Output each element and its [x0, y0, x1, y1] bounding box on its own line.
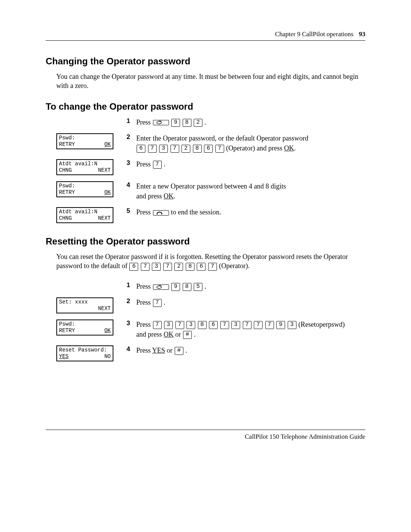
- key-7: 7: [153, 321, 162, 329]
- chapter-label: Chapter 9 CallPilot operations: [275, 30, 354, 38]
- key-2: 2: [174, 263, 183, 271]
- step-text: Press 7 .: [136, 159, 365, 169]
- key-7: 7: [215, 145, 224, 153]
- softkey-yes: YES: [152, 347, 165, 354]
- lcd-display: Pswd: RETRY OK: [56, 133, 113, 149]
- step-text: Press 7 .: [136, 297, 365, 307]
- reset-step-3: Pswd: RETRY OK 3 Press 7 3 7 3 8 6 7 3 7…: [56, 320, 365, 339]
- page-header: Chapter 9 CallPilot operations 93: [46, 30, 365, 41]
- step-text: Enter the Operator password, or the defa…: [136, 133, 365, 153]
- key-8: 8: [183, 119, 191, 127]
- step-text: Press 9 8 2 .: [136, 117, 365, 127]
- step-4: Pswd: RETRY OK 4 Enter a new Operator pa…: [56, 181, 365, 201]
- intro-changing: You can change the Operator password at …: [56, 72, 365, 91]
- heading-changing-operator-password: Changing the Operator password: [46, 56, 365, 67]
- svg-point-4: [157, 286, 161, 288]
- key-6: 6: [137, 145, 145, 153]
- lcd-softkey-left: CHNG: [59, 167, 72, 174]
- step-text: Press 9 8 5 .: [136, 281, 365, 291]
- step-number: 4: [121, 345, 132, 353]
- key-6: 6: [209, 321, 218, 329]
- key-6: 6: [204, 145, 213, 153]
- key-7: 7: [254, 321, 263, 329]
- lcd-softkey-right: NO: [104, 353, 111, 360]
- reset-step-1: 1 Press 9 8 5 .: [56, 281, 365, 291]
- key-7: 7: [163, 263, 172, 271]
- key-9: 9: [171, 283, 180, 291]
- lcd-softkey-left: RETRY: [59, 141, 75, 148]
- softkey-ok: OK: [284, 144, 294, 152]
- lcd-softkey-left: RETRY: [59, 189, 75, 196]
- key-3: 3: [231, 321, 240, 329]
- key-2: 2: [194, 119, 202, 127]
- key-3: 3: [288, 321, 296, 329]
- step-text: Press 7 3 7 3 8 6 7 3 7 7 7 9 3 (Resetop…: [136, 320, 365, 339]
- key-7: 7: [265, 321, 274, 329]
- svg-point-3: [161, 213, 162, 214]
- key-7: 7: [148, 145, 157, 153]
- key-3: 3: [164, 321, 173, 329]
- heading-to-change-operator-password: To change the Operator password: [46, 101, 365, 112]
- reset-step-2: Set: xxxx NEXT 2 Press 7 .: [56, 297, 365, 313]
- step-number: 3: [121, 320, 132, 327]
- key-9: 9: [276, 321, 285, 329]
- key-7: 7: [220, 321, 229, 329]
- key-6: 6: [129, 263, 138, 271]
- lcd-softkey-right: NEXT: [98, 215, 111, 222]
- footer-text: CallPilot 150 Telephone Administration G…: [245, 433, 365, 441]
- softkey-ok: OK: [164, 192, 174, 200]
- intro-resetting: You can reset the Operator password if i…: [56, 252, 365, 271]
- key-7: 7: [175, 321, 184, 329]
- page-footer: CallPilot 150 Telephone Administration G…: [46, 430, 365, 441]
- step-number: 1: [121, 117, 132, 125]
- lcd-softkey-right: NEXT: [98, 305, 111, 312]
- lcd-softkey-left: CHNG: [59, 215, 72, 222]
- key-7: 7: [141, 263, 150, 271]
- step-number: 2: [121, 297, 132, 305]
- key-9: 9: [171, 119, 180, 127]
- lcd-softkey-left: YES: [59, 353, 68, 360]
- step-5: Atdt avail:N CHNG NEXT 5 Press to end th…: [56, 207, 365, 223]
- lcd-display: Pswd: RETRY OK: [56, 320, 113, 335]
- page: Chapter 9 CallPilot operations 93 Changi…: [0, 0, 411, 532]
- key-7: 7: [208, 263, 217, 271]
- lcd-display: Pswd: RETRY OK: [56, 181, 113, 197]
- key-7: 7: [243, 321, 252, 329]
- step-number: 3: [121, 159, 132, 167]
- key-3: 3: [152, 263, 161, 271]
- feature-key-icon: [153, 284, 169, 290]
- step-text: Enter a new Operator password between 4 …: [136, 181, 365, 201]
- key-hash: #: [183, 331, 192, 339]
- key-6: 6: [197, 263, 206, 271]
- lcd-display: Reset Password: YES NO: [56, 345, 113, 361]
- lcd-softkey-right: OK: [104, 189, 111, 196]
- key-7: 7: [153, 161, 162, 169]
- page-number: 93: [359, 30, 365, 38]
- key-8: 8: [183, 283, 191, 291]
- lcd-softkey-right: NEXT: [98, 167, 111, 174]
- heading-resetting-operator-password: Resetting the Operator password: [46, 236, 365, 247]
- key-7: 7: [153, 299, 162, 307]
- key-hash: #: [175, 347, 183, 355]
- lcd-softkey-right: OK: [104, 141, 111, 148]
- step-text: Press YES or # .: [136, 345, 365, 355]
- step-number: 1: [121, 281, 132, 289]
- lcd-display: Atdt avail:N CHNG NEXT: [56, 207, 113, 223]
- key-3: 3: [186, 321, 195, 329]
- key-5: 5: [194, 283, 202, 291]
- key-8: 8: [193, 145, 202, 153]
- step-text: Press to end the session.: [136, 207, 365, 217]
- step-1: 1 Press 9 8 2 .: [56, 117, 365, 127]
- svg-point-2: [156, 213, 158, 214]
- step-number: 2: [121, 133, 132, 141]
- key-8: 8: [198, 321, 207, 329]
- lcd-softkey-left: RETRY: [59, 328, 75, 334]
- step-2: Pswd: RETRY OK 2 Enter the Operator pass…: [56, 133, 365, 153]
- step-number: 5: [121, 207, 132, 215]
- key-2: 2: [182, 145, 190, 153]
- lcd-softkey-right: OK: [104, 328, 111, 334]
- feature-key-icon: [153, 120, 169, 125]
- svg-point-0: [157, 121, 161, 124]
- key-8: 8: [186, 263, 194, 271]
- step-3: Atdt avail:N CHNG NEXT 3 Press 7 .: [56, 159, 365, 175]
